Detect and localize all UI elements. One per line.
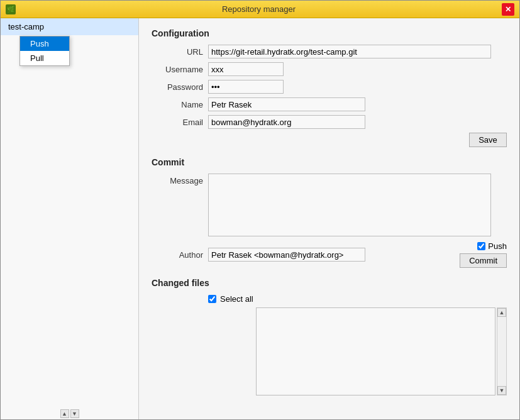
push-checkbox[interactable] [477, 242, 485, 250]
context-menu-push[interactable]: Push [20, 36, 69, 51]
username-row: Username [152, 62, 507, 76]
select-all-label: Select all [220, 294, 253, 304]
close-button[interactable]: ✕ [502, 3, 514, 16]
context-menu-pull[interactable]: Pull [20, 51, 69, 65]
password-label: Password [152, 82, 208, 92]
name-label: Name [152, 100, 208, 109]
email-input[interactable] [208, 115, 365, 129]
app-icon: 🌿 [6, 4, 16, 14]
commit-title: Commit [152, 157, 507, 167]
message-row: Message [152, 174, 507, 236]
files-scroll-up[interactable]: ▲ [497, 308, 506, 317]
push-label: Push [488, 241, 507, 251]
username-label: Username [152, 65, 208, 74]
sidebar-scroll-up[interactable]: ▲ [60, 409, 69, 418]
sidebar-scroll-down[interactable]: ▼ [70, 409, 79, 418]
configuration-section: Configuration URL Username Password Name [152, 28, 507, 147]
main-content: Configuration URL Username Password Name [139, 18, 519, 419]
save-row: Save [152, 133, 507, 147]
name-input[interactable] [208, 97, 365, 111]
sidebar-item-label: test-camp [8, 22, 44, 31]
password-input[interactable] [208, 80, 284, 94]
author-push-row: Author Push Commit [152, 241, 507, 268]
window-body: test-camp Push Pull ▲ ▼ Configuration UR… [1, 18, 519, 419]
author-label: Author [152, 250, 208, 260]
files-list [256, 307, 495, 395]
email-row: Email [152, 115, 507, 129]
files-scroll-down[interactable]: ▼ [497, 386, 506, 395]
select-all-checkbox[interactable] [208, 295, 216, 303]
url-row: URL [152, 45, 507, 58]
changed-files-section: Changed files Select all ▲ ▼ [152, 278, 507, 395]
main-window: 🌿 Repository manager ✕ test-camp Push Pu… [0, 0, 520, 420]
message-textarea[interactable] [208, 174, 491, 236]
title-bar: 🌿 Repository manager ✕ [1, 1, 519, 18]
email-label: Email [152, 118, 208, 127]
name-row: Name [152, 97, 507, 111]
save-button[interactable]: Save [469, 133, 507, 147]
configuration-title: Configuration [152, 28, 507, 38]
commit-button[interactable]: Commit [460, 253, 507, 268]
url-input[interactable] [208, 45, 491, 58]
commit-section: Commit Message Author Push Commit [152, 157, 507, 268]
sidebar: test-camp Push Pull ▲ ▼ [1, 18, 139, 419]
username-input[interactable] [208, 62, 284, 76]
files-area: ▲ ▼ [152, 307, 507, 395]
password-row: Password [152, 80, 507, 94]
context-menu: Push Pull [19, 36, 70, 66]
sidebar-item-test-camp[interactable]: test-camp [1, 18, 138, 35]
push-checkbox-label[interactable]: Push [477, 241, 507, 251]
message-label: Message [152, 174, 208, 185]
window-title: Repository manager [16, 4, 502, 14]
author-input[interactable] [208, 248, 365, 262]
select-all-row: Select all [208, 294, 507, 304]
url-label: URL [152, 47, 208, 57]
changed-files-title: Changed files [152, 278, 507, 288]
